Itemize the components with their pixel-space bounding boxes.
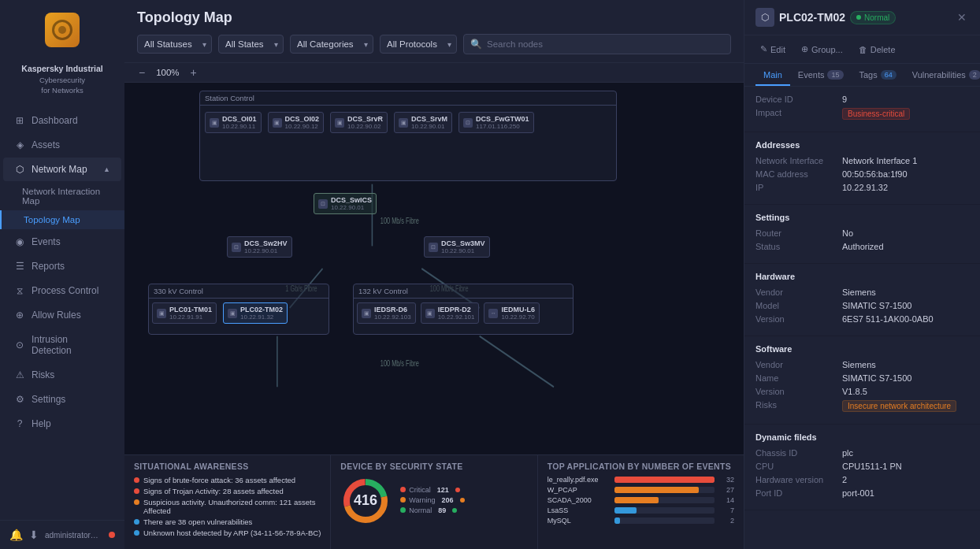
tab-vulnerabilities[interactable]: Vulnerabilities 2 (904, 64, 980, 86)
status-row: Status Authorized (755, 242, 969, 251)
alert-dot-blue (134, 519, 139, 525)
states-filter[interactable]: All States (218, 35, 284, 54)
download-icon[interactable]: ⬇ (29, 529, 39, 541)
device-tabs: Main Events 15 Tags 64 Vulnerabilities 2 (744, 64, 980, 87)
zoom-bar: − 100% + (124, 63, 744, 83)
security-state-panel: Device by Security state 416 Critical 12… (331, 455, 537, 549)
map-area[interactable]: 100 Mb/s Fibre 1 Gb/s Fibre 100 Mb/s Fib… (124, 83, 744, 454)
delete-icon: 🗑 (859, 45, 867, 54)
sw-name-row: Name SIMATIC S7-1500 (755, 373, 969, 383)
node-iedsr-d6[interactable]: ▣ IEDSR-D6 10.22.92.103 (357, 302, 416, 324)
node-iedpr-d2[interactable]: ▣ IEDPR-D2 10.22.92.101 (421, 302, 480, 324)
tab-events[interactable]: Events 15 (790, 64, 852, 86)
intrusion-detection-icon: ⊙ (14, 339, 25, 351)
addresses-title: Addresses (755, 140, 969, 150)
node-plc02-tm02[interactable]: ▣ PLC02-TM02 10.22.91.32 (223, 302, 288, 324)
sidebar-item-allow-rules[interactable]: ⊕ Allow Rules (3, 303, 121, 327)
bell-icon[interactable]: 🔔 (9, 529, 23, 541)
sidebar-item-network-interaction[interactable]: Network Interaction Map (0, 182, 124, 210)
bar-row: MySQL 2 (548, 517, 734, 525)
settings-title: Settings (755, 213, 969, 222)
status-label: Normal (864, 13, 889, 22)
protocols-filter[interactable]: All Protocols (380, 35, 457, 54)
zoom-out-button[interactable]: − (137, 66, 147, 79)
categories-filter-wrap: All Categories (290, 35, 373, 54)
mac-row: MAC address 00:50:56:ba:1f90 (755, 169, 969, 179)
sidebar-item-events[interactable]: ◉ Events (3, 230, 121, 254)
status-filter[interactable]: All Statuses (137, 35, 212, 54)
filter-row: All Statuses All States All Categories A… (137, 34, 731, 54)
sidebar-item-process-control[interactable]: ⧖ Process Control (3, 279, 121, 302)
bar-fill (614, 507, 637, 514)
app-name: le_really.pdf.exe (548, 476, 611, 484)
zoom-in-button[interactable]: + (189, 66, 199, 79)
kv330-label: 330 kV Control (149, 284, 329, 299)
sidebar-item-risks[interactable]: ⚠ Risks (3, 363, 121, 387)
node-dcs-oi02[interactable]: ▣ DCS_OI02 10.22.90.12 (268, 112, 325, 133)
situational-awareness-panel: Situational awareness Signs of brute-for… (124, 455, 331, 549)
sidebar-item-dashboard[interactable]: ⊞ Dashboard (3, 109, 121, 132)
settings-icon: ⚙ (14, 394, 25, 405)
close-panel-button[interactable]: ✕ (955, 10, 969, 24)
bar-row: W_PCAP 27 (548, 486, 734, 494)
kv132-label: 132 kV Control (354, 284, 573, 299)
node-dcs-srvm[interactable]: ▣ DCS_SrvM 10.22.90.01 (394, 112, 452, 133)
node-dcs-sw2hv[interactable]: ⊡ DCS_Sw2HV 10.22.90.01 (227, 236, 292, 258)
donut-chart: 416 (340, 476, 391, 526)
hw-model-row: Model SIMATIC S7-1500 (755, 301, 969, 310)
risks-icon: ⚠ (14, 369, 25, 380)
sidebar-item-network-map[interactable]: ⬡ Network Map ▲ (3, 158, 121, 181)
brand-text: Kaspersky Industrial Cybersecurity for N… (0, 63, 124, 105)
node-iedmu-l6[interactable]: ↔ IEDMU-L6 10.22.92.70 (484, 302, 540, 324)
topology-header: Topology Map All Statuses All States All… (124, 0, 744, 63)
node-dcs-fwgtw01[interactable]: ⊡ DCS_FwGTW01 117.01.116.250 (458, 112, 534, 133)
hardware-title: Hardware (755, 272, 969, 281)
help-icon: ? (14, 418, 25, 429)
page-title: Topology Map (137, 9, 731, 26)
user-label: administrator@kas... (45, 531, 102, 540)
chassis-id-row: Chassis ID plc (755, 448, 969, 458)
bars-container: le_really.pdf.exe 32 W_PCAP 27 SCADA_200… (548, 476, 734, 525)
group-button[interactable]: ⊕ Group... (796, 42, 848, 57)
events-badge: 15 (827, 70, 843, 80)
sidebar-item-help[interactable]: ? Help (3, 412, 121, 436)
device-detail-panel: ⬡ PLC02-TM02 Normal ✕ ✎ Edit ⊕ Group... … (744, 0, 980, 549)
bar-fill (614, 477, 715, 483)
sidebar-item-reports[interactable]: ☰ Reports (3, 254, 121, 278)
critical-indicator (455, 488, 460, 492)
tab-tags[interactable]: Tags 64 (852, 64, 904, 86)
bar-fill (614, 517, 621, 524)
sidebar-item-settings[interactable]: ⚙ Settings (3, 388, 121, 411)
impact-badge: Business-critical (842, 108, 910, 120)
device-type-icon: ⬡ (755, 8, 774, 27)
hardware-section: Hardware Vendor Siemens Model SIMATIC S7… (744, 264, 980, 336)
sidebar-item-intrusion-detection[interactable]: ⊙ Intrusion Detection (3, 328, 121, 362)
critical-dot (400, 487, 406, 492)
ip-row: IP 10.22.91.32 (755, 183, 969, 192)
categories-filter[interactable]: All Categories (290, 35, 373, 54)
node-dcs-srvr[interactable]: ▣ DCS_SrvR 10.22.90.02 (330, 112, 388, 133)
edit-button[interactable]: ✎ Edit (755, 42, 790, 57)
port-id-row: Port ID port-001 (755, 488, 969, 498)
tab-main[interactable]: Main (755, 64, 790, 86)
ied-icon: ↔ (488, 309, 498, 318)
node-dcs-sw3mv[interactable]: ⊡ DCS_Sw3MV 10.22.90.01 (424, 236, 490, 258)
device-icon: ▣ (399, 118, 408, 128)
alert-dot-red (134, 477, 139, 483)
security-state-title: Device by Security state (340, 462, 527, 471)
bar-track (614, 487, 715, 493)
app-name: MySQL (548, 517, 611, 525)
node-dcs-swics[interactable]: ⊡ DCS_SwICS 10.22.90.01 (314, 193, 377, 214)
node-dcs-oi01[interactable]: ▣ DCS_OI01 10.22.90.11 (205, 112, 262, 133)
cpu-row: CPU CPU1511-1 PN (755, 462, 969, 471)
network-map-icon: ⬡ (14, 164, 25, 175)
delete-button[interactable]: 🗑 Delete (854, 43, 900, 57)
sidebar-item-topology-map[interactable]: Topology Map (0, 210, 124, 229)
switch-icon: ⊡ (318, 199, 328, 209)
sidebar-item-assets[interactable]: ◈ Assets (3, 133, 121, 157)
device-panel-header: ⬡ PLC02-TM02 Normal ✕ (744, 0, 980, 35)
sidebar-logo (0, 0, 124, 63)
search-input[interactable] (487, 39, 724, 49)
node-plc01-tm01[interactable]: ▣ PLC01-TM01 10.22.91.91 (152, 302, 217, 324)
sidebar: Kaspersky Industrial Cybersecurity for N… (0, 0, 124, 549)
